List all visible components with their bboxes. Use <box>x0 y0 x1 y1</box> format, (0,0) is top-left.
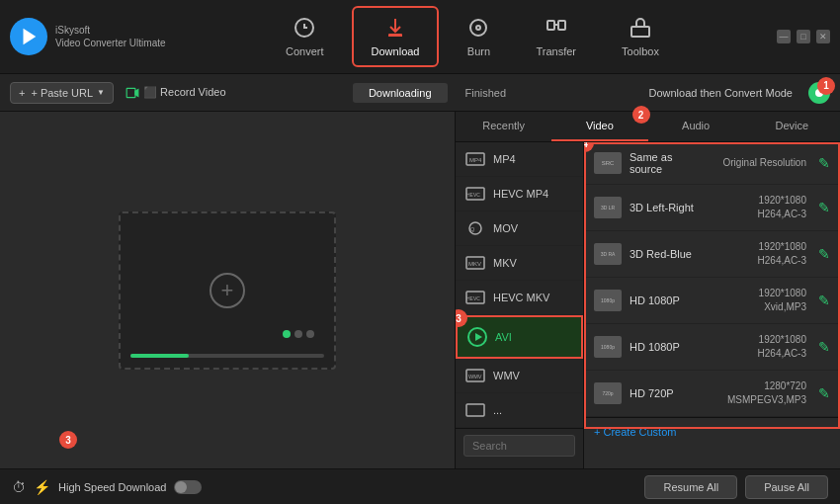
tab-downloading[interactable]: Downloading <box>353 83 448 103</box>
edit-icon[interactable]: ✎ <box>818 385 830 401</box>
preview-area: + 3 <box>0 112 455 468</box>
tab-finished[interactable]: Finished <box>450 83 523 103</box>
quality-icon: 720p <box>594 382 622 404</box>
svg-rect-8 <box>631 27 649 37</box>
badge-3: 3 <box>59 431 77 449</box>
tab-recently[interactable]: Recently <box>456 112 551 141</box>
video-preview: + <box>119 211 336 370</box>
quality-item-3d-rb[interactable]: 3D RA 3D Red-Blue 1920*1080H264,AC-3 ✎ <box>584 231 840 278</box>
speed-icon: ⚡ <box>34 479 50 495</box>
svg-point-4 <box>476 26 480 30</box>
mode-label: Download then Convert Mode <box>648 87 793 99</box>
tab-device[interactable]: Device <box>744 112 840 141</box>
svg-marker-0 <box>24 29 37 45</box>
format-body: MP4 MP4 HEVC HEVC MP4 Q MOV MKV MKV <box>456 142 840 468</box>
format-item-mov[interactable]: Q MOV <box>456 211 583 246</box>
minimize-button[interactable]: — <box>777 30 791 43</box>
edit-icon[interactable]: ✎ <box>818 293 830 308</box>
speed-label: High Speed Download <box>58 481 166 493</box>
format-item-wmv[interactable]: WMV WMV <box>456 359 583 393</box>
svg-rect-26 <box>466 404 484 416</box>
svg-marker-10 <box>135 89 138 96</box>
svg-rect-2 <box>388 34 402 36</box>
footer: ⏱ ⚡ High Speed Download Resume All Pause… <box>0 468 840 504</box>
dot-2 <box>294 330 302 338</box>
create-custom-button[interactable]: + Create Custom <box>584 417 840 446</box>
nav-item-download[interactable]: Download <box>352 6 440 67</box>
quality-item-3d-lr[interactable]: 3D LR 3D Left-Right 1920*1080H264,AC-3 ✎ <box>584 185 840 231</box>
mode-toggle-container: 1 <box>808 82 830 104</box>
tab-video[interactable]: Video 2 <box>551 112 647 141</box>
badge-2: 2 <box>632 106 650 124</box>
paste-url-button[interactable]: + + Paste URL ▼ <box>10 82 114 104</box>
quality-icon: 1080p <box>594 290 622 311</box>
paste-icon: + <box>19 87 25 99</box>
svg-text:MP4: MP4 <box>469 157 482 163</box>
maximize-button[interactable]: □ <box>797 30 810 43</box>
dot-3 <box>306 330 314 338</box>
format-search-input[interactable] <box>463 435 575 457</box>
footer-left: ⏱ ⚡ High Speed Download <box>12 479 644 495</box>
logo-icon <box>10 18 47 55</box>
record-video-button[interactable]: ⬛ Record Video <box>126 86 226 100</box>
nav-item-convert[interactable]: Convert <box>268 8 342 65</box>
format-item-more[interactable]: ... <box>456 393 583 428</box>
format-item-hevc-mp4[interactable]: HEVC HEVC MP4 <box>456 177 583 211</box>
pause-all-button[interactable]: Pause All <box>745 475 828 499</box>
logo-text: iSkysoft Video Converter Ultimate <box>55 24 166 49</box>
quality-list: 4 SRC Same as source Original Resolution… <box>584 142 840 468</box>
header: iSkysoft Video Converter Ultimate Conver… <box>0 0 840 74</box>
format-item-avi[interactable]: AVI 3 <box>456 315 583 359</box>
quality-item-hd720[interactable]: 720p HD 720P 1280*720MSMPEGV3,MP3 ✎ <box>584 371 840 417</box>
svg-text:Q: Q <box>470 226 475 232</box>
speed-toggle[interactable] <box>174 480 202 494</box>
svg-marker-23 <box>475 333 482 341</box>
window-controls: — □ ✕ <box>777 30 830 43</box>
svg-rect-5 <box>547 21 554 30</box>
footer-buttons: Resume All Pause All <box>644 475 828 499</box>
nav-item-transfer[interactable]: Transfer <box>518 8 594 65</box>
edit-icon[interactable]: ✎ <box>818 155 830 171</box>
format-panel: Recently Video 2 Audio Device MP4 MP4 HE… <box>455 112 840 468</box>
svg-point-3 <box>470 20 486 36</box>
dropdown-arrow-icon: ▼ <box>97 88 105 97</box>
badge-3-avi: 3 <box>456 309 467 327</box>
edit-icon[interactable]: ✎ <box>818 246 830 262</box>
download-tabs: Downloading Finished <box>353 83 522 103</box>
progress-bar <box>130 354 324 358</box>
search-area <box>456 428 583 462</box>
quality-icon: 1080p <box>594 336 622 358</box>
format-item-hevc-mkv[interactable]: HEVC HEVC MKV <box>456 281 583 315</box>
logo-area: iSkysoft Video Converter Ultimate <box>10 18 168 55</box>
close-button[interactable]: ✕ <box>816 30 830 43</box>
dot-1 <box>283 330 291 338</box>
toolbar: + + Paste URL ▼ ⬛ Record Video Downloadi… <box>0 74 840 112</box>
quality-item-hd1080-h264[interactable]: 1080p HD 1080P 1920*1080H264,AC-3 ✎ <box>584 324 840 371</box>
format-item-mp4[interactable]: MP4 MP4 <box>456 142 583 177</box>
nav-item-toolbox[interactable]: Toolbox <box>604 8 677 65</box>
resume-all-button[interactable]: Resume All <box>644 475 737 499</box>
add-video-button[interactable]: + <box>210 273 245 308</box>
badge-1: 1 <box>817 77 835 95</box>
quality-item-hd1080-xvid[interactable]: 1080p HD 1080P 1920*1080Xvid,MP3 ✎ <box>584 278 840 324</box>
quality-item-same-source[interactable]: SRC Same as source Original Resolution ✎ <box>584 142 840 185</box>
format-item-mkv[interactable]: MKV MKV <box>456 246 583 281</box>
edit-icon[interactable]: ✎ <box>818 200 830 215</box>
svg-text:MKV: MKV <box>468 261 481 267</box>
progress-bar-fill <box>130 354 189 358</box>
svg-rect-6 <box>558 21 565 30</box>
progress-indicators <box>283 330 314 338</box>
speed-toggle-knob <box>175 481 187 493</box>
edit-icon[interactable]: ✎ <box>818 339 830 355</box>
format-list: MP4 MP4 HEVC HEVC MP4 Q MOV MKV MKV <box>456 142 584 468</box>
svg-rect-9 <box>126 88 135 97</box>
svg-text:WMV: WMV <box>468 374 482 379</box>
nav-item-burn[interactable]: Burn <box>449 8 508 65</box>
clock-icon: ⏱ <box>12 479 26 495</box>
quality-icon: SRC <box>594 152 622 174</box>
format-tab-bar: Recently Video 2 Audio Device <box>456 112 840 142</box>
main-area: + 3 Recently Video 2 Audio Device <box>0 112 840 468</box>
tab-audio[interactable]: Audio <box>648 112 744 141</box>
svg-text:HEVC: HEVC <box>466 295 480 301</box>
quality-icon: 3D LR <box>594 197 622 218</box>
